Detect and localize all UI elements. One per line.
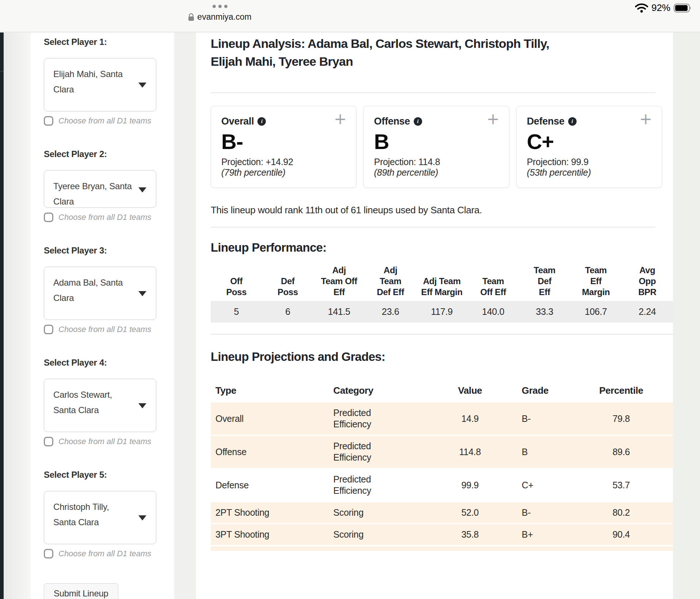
table-row: 2PT ShootingScoring52.0B-80.2 (211, 502, 673, 524)
battery-icon (674, 3, 692, 13)
performance-value-row: 56141.523.6117.9140.033.3106.72.24 (211, 300, 673, 323)
chevron-down-icon (138, 291, 146, 296)
type-cell: 3PT Shooting (211, 524, 329, 545)
chevron-down-icon (138, 403, 146, 408)
d1-teams-checkbox[interactable] (44, 325, 53, 334)
projections-table: TypeCategoryValueGradePercentile Overall… (211, 382, 673, 545)
right-gutter (673, 33, 700, 599)
d1-teams-checkbox[interactable] (44, 437, 53, 446)
column-header: TeamEffMargin (570, 265, 622, 301)
player-select-label: Select Player 1: (44, 37, 164, 47)
column-header: Percentile (569, 382, 673, 402)
table-row: OffensePredicted Efficiency114.8B89.6 (211, 435, 673, 469)
app-area: Select Player 1:Elijah Mahi, SantaClaraC… (0, 33, 700, 599)
d1-teams-checkbox-label: Choose from all D1 teams (58, 325, 151, 334)
column-header: Grade (509, 382, 570, 402)
projection-text: Projection: 99.9 (527, 157, 651, 167)
main-content: Lineup Analysis: Adama Bal, Carlos Stewa… (196, 33, 673, 599)
expand-plus-icon[interactable]: + (639, 111, 652, 127)
defense-card: Defensei+C+Projection: 99.9(53th percent… (516, 106, 662, 188)
cell-value: 2.24 (621, 300, 673, 323)
column-header: Category (329, 382, 431, 402)
d1-teams-checkbox-label: Choose from all D1 teams (58, 116, 151, 126)
player-select[interactable]: Tyeree Bryan, SantaClara (44, 170, 156, 208)
performance-header-row: OffPossDefPossAdjTeam OffEffAdjTeamDef E… (211, 265, 673, 301)
expand-plus-icon[interactable]: + (334, 111, 347, 127)
player-select-label: Select Player 5: (44, 470, 164, 480)
column-header: Type (211, 382, 329, 402)
grade-cell: B- (509, 402, 570, 435)
d1-teams-checkbox-row: Choose from all D1 teams (44, 325, 164, 334)
column-header: Adj TeamEff Margin (416, 265, 468, 301)
player-select[interactable]: Christoph Tilly,Santa Clara (44, 491, 156, 544)
browser-statusbar: evanmiya.com 92% (0, 0, 700, 32)
type-cell: Defense (211, 469, 329, 502)
d1-teams-checkbox-row: Choose from all D1 teams (44, 213, 164, 222)
grade-cell: C+ (509, 469, 570, 502)
column-header: AdjTeam OffEff (313, 265, 365, 301)
d1-teams-checkbox[interactable] (44, 549, 53, 558)
expand-plus-icon[interactable]: + (486, 111, 499, 127)
player-select-list: Select Player 1:Elijah Mahi, SantaClaraC… (44, 37, 164, 558)
cell-value: 6 (262, 300, 314, 323)
player-select-label: Select Player 2: (44, 149, 164, 159)
player-group-4: Select Player 4:Carlos Stewart,Santa Cla… (44, 358, 164, 446)
column-header: TeamOff Eff (467, 265, 519, 301)
d1-teams-checkbox-label: Choose from all D1 teams (58, 437, 151, 446)
d1-teams-checkbox[interactable] (44, 213, 53, 222)
overall-card: Overalli+B-Projection: +14.92(79th perce… (211, 106, 356, 188)
player-select[interactable]: Carlos Stewart,Santa Clara (44, 379, 156, 432)
d1-teams-checkbox-label: Choose from all D1 teams (58, 549, 151, 558)
table-row: OverallPredicted Efficiency14.9B-79.8 (211, 402, 673, 435)
section-heading-performance: Lineup Performance: (211, 241, 673, 255)
chevron-down-icon (138, 515, 146, 520)
player-select[interactable]: Elijah Mahi, SantaClara (44, 58, 156, 111)
info-icon[interactable]: i (414, 117, 422, 126)
info-icon[interactable]: i (257, 117, 266, 126)
cell-value: 140.0 (467, 300, 519, 323)
page-title: Lineup Analysis: Adama Bal, Carlos Stewa… (211, 35, 673, 70)
grade-cards-row: Overalli+B-Projection: +14.92(79th perce… (211, 106, 662, 188)
cell-value: 5 (211, 300, 262, 323)
cell-value: 117.9 (416, 300, 468, 323)
grade-cell: B- (509, 502, 570, 524)
projection-text: Projection: 114.8 (374, 157, 498, 167)
value-cell: 99.9 (431, 469, 509, 502)
url-text: evanmiya.com (197, 12, 251, 22)
grade-value: B (374, 129, 498, 154)
cell-value: 106.7 (570, 300, 622, 323)
column-header: OffPoss (211, 265, 262, 301)
column-header: Value (431, 382, 509, 402)
card-header: Overalli (221, 116, 346, 127)
divider (211, 227, 655, 228)
wifi-icon (635, 3, 648, 13)
category-cell: Predicted Efficiency (329, 469, 431, 502)
page-menu-dots[interactable] (0, 5, 440, 8)
battery-percentage: 92% (651, 2, 670, 14)
app-rail (0, 33, 4, 599)
value-cell: 14.9 (431, 402, 509, 435)
player-select[interactable]: Adama Bal, SantaClara (44, 267, 156, 320)
d1-teams-checkbox-row: Choose from all D1 teams (44, 437, 164, 446)
info-icon[interactable]: i (568, 117, 577, 126)
category-cell: Scoring (329, 524, 431, 545)
percentile-cell: 80.2 (569, 502, 673, 524)
address-bar[interactable]: evanmiya.com (0, 12, 440, 22)
cell-value: 33.3 (519, 300, 570, 323)
section-heading-projections: Lineup Projections and Grades: (211, 350, 673, 364)
projection-text: Projection: +14.92 (221, 157, 346, 167)
chevron-down-icon (138, 83, 146, 88)
category-cell: Predicted Efficiency (329, 402, 431, 435)
d1-teams-checkbox[interactable] (44, 116, 53, 126)
card-title: Defense (527, 116, 565, 127)
lock-icon (188, 13, 194, 21)
submit-lineup-button[interactable]: Submit Lineup (44, 583, 118, 599)
player-select-value: Elijah Mahi, SantaClara (53, 66, 138, 97)
type-cell: Offense (211, 435, 329, 469)
column-header: TeamDefEff (519, 265, 570, 301)
d1-teams-checkbox-label: Choose from all D1 teams (58, 213, 151, 222)
column-header: AdjTeamDef Eff (365, 265, 416, 301)
category-cell: Scoring (329, 502, 431, 524)
performance-table: OffPossDefPossAdjTeam OffEffAdjTeamDef E… (211, 265, 673, 323)
player-group-2: Select Player 2:Tyeree Bryan, SantaClara… (44, 149, 164, 222)
